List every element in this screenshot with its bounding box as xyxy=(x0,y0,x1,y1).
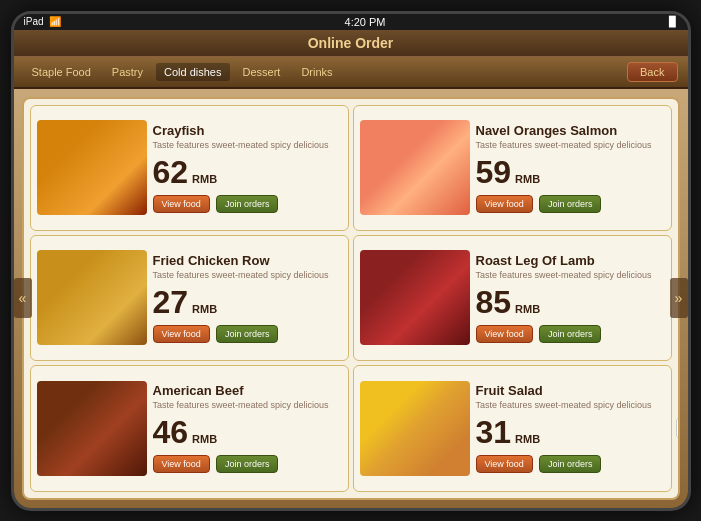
join-orders-fruit[interactable]: Join orders xyxy=(539,455,602,473)
food-name-lamb: Roast Leg Of Lamb xyxy=(476,253,665,268)
food-card-crayfish: Crayfish Taste features sweet-meated spi… xyxy=(30,105,349,231)
main-content: « Crayfish Taste features sweet-meated s… xyxy=(14,89,688,508)
food-currency-salmon: RMB xyxy=(515,173,540,185)
time-display: 4:20 PM xyxy=(345,16,386,28)
tab-drinks[interactable]: Drinks xyxy=(293,63,340,81)
food-image-crayfish xyxy=(37,120,147,215)
app-title: Online Order xyxy=(308,35,394,51)
device-label: iPad xyxy=(24,16,44,27)
tab-staple-food[interactable]: Staple Food xyxy=(24,63,99,81)
food-buttons-lamb: View food Join orders xyxy=(476,325,665,343)
food-currency-fruit: RMB xyxy=(515,433,540,445)
food-desc-crayfish: Taste features sweet-meated spicy delici… xyxy=(153,140,342,152)
food-buttons-chicken: View food Join orders xyxy=(153,325,342,343)
food-buttons-fruit: View food Join orders xyxy=(476,455,665,473)
status-left: iPad 📶 xyxy=(24,16,61,27)
food-card-fruit: Fruit Salad Taste features sweet-meated … xyxy=(353,365,672,491)
food-info-salmon: Navel Oranges Salmon Taste features swee… xyxy=(476,123,665,213)
food-image-fruit xyxy=(360,381,470,476)
food-image-salmon xyxy=(360,120,470,215)
food-price-beef: 46 xyxy=(153,416,189,448)
food-info-lamb: Roast Leg Of Lamb Taste features sweet-m… xyxy=(476,253,665,343)
view-food-lamb[interactable]: View food xyxy=(476,325,533,343)
join-orders-beef[interactable]: Join orders xyxy=(216,455,279,473)
food-price-row-crayfish: 62 RMB xyxy=(153,156,342,188)
food-card-lamb: Roast Leg Of Lamb Taste features sweet-m… xyxy=(353,235,672,361)
food-buttons-crayfish: View food Join orders xyxy=(153,195,342,213)
food-desc-lamb: Taste features sweet-meated spicy delici… xyxy=(476,270,665,282)
food-buttons-beef: View food Join orders xyxy=(153,455,342,473)
food-name-beef: American Beef xyxy=(153,383,342,398)
food-desc-beef: Taste features sweet-meated spicy delici… xyxy=(153,400,342,412)
join-orders-salmon[interactable]: Join orders xyxy=(539,195,602,213)
food-card-chicken: Fried Chicken Row Taste features sweet-m… xyxy=(30,235,349,361)
food-info-chicken: Fried Chicken Row Taste features sweet-m… xyxy=(153,253,342,343)
food-currency-beef: RMB xyxy=(192,433,217,445)
food-image-lamb xyxy=(360,250,470,345)
food-price-row-lamb: 85 RMB xyxy=(476,286,665,318)
food-name-chicken: Fried Chicken Row xyxy=(153,253,342,268)
view-food-crayfish[interactable]: View food xyxy=(153,195,210,213)
title-bar: Online Order xyxy=(14,30,688,57)
join-orders-lamb[interactable]: Join orders xyxy=(539,325,602,343)
food-price-row-fruit: 31 RMB xyxy=(476,416,665,448)
ipad-frame: iPad 📶 4:20 PM ▉ Online Order Staple Foo… xyxy=(11,11,691,511)
food-info-beef: American Beef Taste features sweet-meate… xyxy=(153,383,342,473)
food-price-lamb: 85 xyxy=(476,286,512,318)
view-food-salmon[interactable]: View food xyxy=(476,195,533,213)
food-image-chicken xyxy=(37,250,147,345)
food-image-beef xyxy=(37,381,147,476)
wifi-icon: 📶 xyxy=(49,16,61,27)
food-info-crayfish: Crayfish Taste features sweet-meated spi… xyxy=(153,123,342,213)
food-card-salmon: Navel Oranges Salmon Taste features swee… xyxy=(353,105,672,231)
food-price-row-chicken: 27 RMB xyxy=(153,286,342,318)
join-orders-crayfish[interactable]: Join orders xyxy=(216,195,279,213)
food-desc-fruit: Taste features sweet-meated spicy delici… xyxy=(476,400,665,412)
join-orders-chicken[interactable]: Join orders xyxy=(216,325,279,343)
tab-dessert[interactable]: Dessert xyxy=(235,63,289,81)
tab-cold-dishes[interactable]: Cold dishes xyxy=(156,63,229,81)
food-price-crayfish: 62 xyxy=(153,156,189,188)
food-currency-crayfish: RMB xyxy=(192,173,217,185)
tab-pastry[interactable]: Pastry xyxy=(104,63,151,81)
food-currency-lamb: RMB xyxy=(515,303,540,315)
food-grid: Crayfish Taste features sweet-meated spi… xyxy=(30,105,672,492)
view-food-chicken[interactable]: View food xyxy=(153,325,210,343)
food-price-chicken: 27 xyxy=(153,286,189,318)
food-price-salmon: 59 xyxy=(476,156,512,188)
nav-tabs: Staple Food Pastry Cold dishes Dessert D… xyxy=(24,63,628,81)
content-panel: Crayfish Taste features sweet-meated spi… xyxy=(22,97,680,500)
food-name-crayfish: Crayfish xyxy=(153,123,342,138)
view-food-beef[interactable]: View food xyxy=(153,455,210,473)
food-price-row-salmon: 59 RMB xyxy=(476,156,665,188)
nav-bar: Staple Food Pastry Cold dishes Dessert D… xyxy=(14,57,688,89)
food-buttons-salmon: View food Join orders xyxy=(476,195,665,213)
food-desc-chicken: Taste features sweet-meated spicy delici… xyxy=(153,270,342,282)
food-price-row-beef: 46 RMB xyxy=(153,416,342,448)
view-food-fruit[interactable]: View food xyxy=(476,455,533,473)
food-desc-salmon: Taste features sweet-meated spicy delici… xyxy=(476,140,665,152)
food-card-beef: American Beef Taste features sweet-meate… xyxy=(30,365,349,491)
food-name-salmon: Navel Oranges Salmon xyxy=(476,123,665,138)
next-arrow[interactable]: » xyxy=(670,278,688,318)
food-currency-chicken: RMB xyxy=(192,303,217,315)
back-button[interactable]: Back xyxy=(627,62,677,82)
status-bar: iPad 📶 4:20 PM ▉ xyxy=(14,14,688,30)
prev-arrow[interactable]: « xyxy=(14,278,32,318)
food-info-fruit: Fruit Salad Taste features sweet-meated … xyxy=(476,383,665,473)
food-price-fruit: 31 xyxy=(476,416,512,448)
tooltip-indicator xyxy=(676,418,680,438)
battery-icon: ▉ xyxy=(669,16,677,27)
food-name-fruit: Fruit Salad xyxy=(476,383,665,398)
